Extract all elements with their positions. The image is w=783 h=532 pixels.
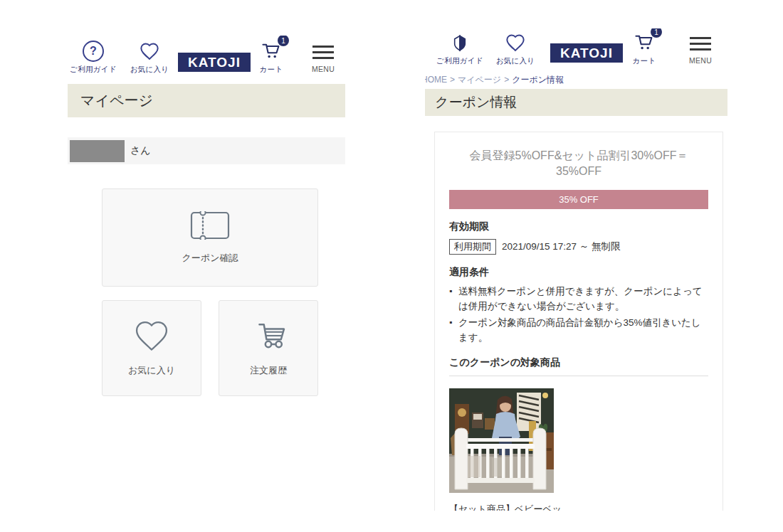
- coupon-check-label: クーポン確認: [182, 252, 238, 265]
- cart-icon: 1: [634, 31, 655, 54]
- coupon-ticket-icon: [190, 211, 230, 243]
- breadcrumb-home[interactable]: HOME: [425, 75, 447, 85]
- katoji-logo[interactable]: KATOJI: [178, 53, 251, 72]
- cart-link[interactable]: 1 カート: [624, 31, 664, 66]
- favorites-link[interactable]: お気に入り: [125, 40, 174, 75]
- conditions-list: 送料無料クーポンと併用できますが、クーポンによっては併用ができない場合がございま…: [449, 284, 708, 346]
- favorites-card[interactable]: お気に入り: [102, 300, 201, 396]
- coupon-detail-card: 会員登録5%OFF&セット品割引30%OFF＝35%OFF 35% OFF 有効…: [434, 132, 723, 511]
- validity-period: 利用期間 2021/09/15 17:27 ～ 無制限: [449, 239, 708, 255]
- cart-label: カート: [633, 56, 656, 66]
- breadcrumb-current: クーポン情報: [512, 75, 564, 85]
- menu-button[interactable]: MENU: [680, 31, 721, 65]
- heart-icon: [505, 31, 525, 54]
- favorites-label: お気に入り: [130, 65, 169, 75]
- product-photo-baby-crib[interactable]: [449, 388, 554, 493]
- target-product-item[interactable]: 【セット商品】ベビーベッド＋ベビーマットレス: [449, 388, 567, 511]
- conditions-heading: 適用条件: [449, 266, 708, 279]
- page-title: マイページ: [68, 84, 345, 117]
- breadcrumb: HOME>マイページ>クーポン情報: [425, 74, 564, 86]
- menu-label: MENU: [312, 65, 335, 73]
- coupon-title: 会員登録5%OFF&セット品割引30%OFF＝35%OFF: [449, 148, 708, 180]
- condition-item: クーポン対象商品の商品合計金額から35%値引きいたします。: [449, 316, 708, 346]
- breadcrumb-mypage[interactable]: マイページ: [458, 75, 501, 85]
- order-history-card[interactable]: 注文履歴: [219, 300, 318, 396]
- page-title: クーポン情報: [425, 89, 727, 116]
- coupon-check-card[interactable]: クーポン確認: [102, 188, 318, 287]
- guide-label: ご利用ガイド: [70, 65, 117, 75]
- favorites-link[interactable]: お気に入り: [490, 31, 540, 66]
- coupon-info-screen: ご利用ガイド お気に入り KATOJI 1 カート MENU HOME>マイペー…: [425, 28, 727, 511]
- guide-link[interactable]: ご利用ガイド: [436, 31, 484, 66]
- heart-icon: [140, 40, 159, 63]
- target-products-heading: このクーポンの対象商品: [449, 356, 708, 369]
- hamburger-icon: [312, 40, 334, 63]
- menu-button[interactable]: MENU: [303, 40, 344, 73]
- beginner-mark-icon: [451, 31, 468, 54]
- menu-label: MENU: [689, 56, 712, 65]
- cart-icon: 1: [261, 40, 282, 63]
- product-name[interactable]: 【セット商品】ベビーベッド＋ベビーマットレス: [449, 502, 567, 511]
- validity-heading: 有効期限: [449, 220, 708, 233]
- discount-banner: 35% OFF: [449, 190, 708, 209]
- period-tag: 利用期間: [449, 239, 496, 255]
- mypage-screen: ? ご利用ガイド お気に入り KATOJI 1 カート MENU マイページ さ…: [68, 36, 345, 413]
- heart-icon: [133, 319, 170, 355]
- logo-text: KATOJI: [188, 55, 241, 70]
- divider: [449, 376, 708, 376]
- condition-item: 送料無料クーポンと併用できますが、クーポンによっては併用ができない場合がございま…: [449, 284, 708, 314]
- favorites-label: お気に入り: [496, 56, 535, 66]
- cart-badge: 1: [651, 28, 662, 38]
- cart-link[interactable]: 1 カート: [251, 40, 291, 75]
- period-value: 2021/09/15 17:27 ～ 無制限: [502, 240, 621, 253]
- hamburger-icon: [690, 31, 711, 54]
- user-greeting-bar: さん: [68, 137, 345, 164]
- cart-badge: 1: [278, 36, 289, 46]
- order-history-cart-icon: [250, 319, 287, 355]
- breadcrumb-separator: >: [450, 75, 455, 85]
- breadcrumb-separator: >: [504, 75, 509, 85]
- question-icon: ?: [83, 40, 104, 63]
- katoji-logo[interactable]: KATOJI: [550, 43, 623, 63]
- favorites-card-label: お気に入り: [128, 364, 175, 377]
- logo-text: KATOJI: [560, 46, 613, 60]
- redacted-username: [70, 140, 125, 162]
- guide-label: ご利用ガイド: [436, 56, 483, 66]
- greeting-suffix: さん: [130, 144, 151, 157]
- guide-link[interactable]: ? ご利用ガイド: [69, 40, 117, 75]
- question-glyph: ?: [90, 45, 97, 58]
- order-history-label: 注文履歴: [250, 364, 287, 377]
- cart-label: カート: [260, 65, 283, 75]
